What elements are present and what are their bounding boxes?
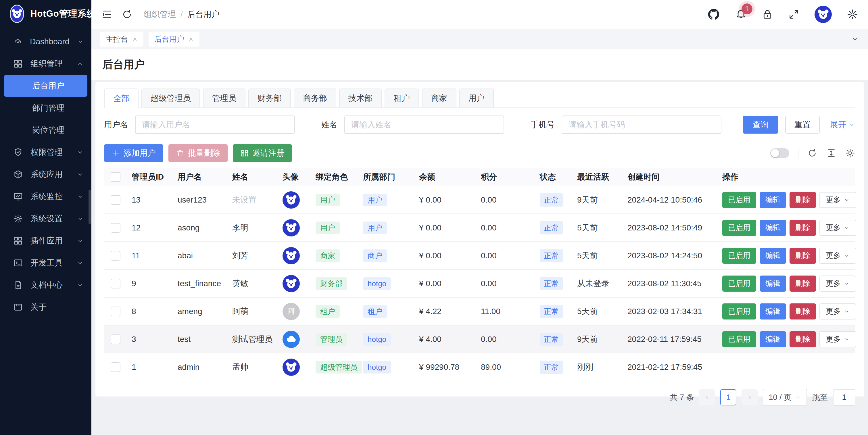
- fullscreen-icon[interactable]: [788, 9, 800, 20]
- enabled-button[interactable]: 已启用: [722, 220, 756, 236]
- sidebar-item-系统监控[interactable]: 系统监控: [0, 185, 91, 208]
- select-all-checkbox[interactable]: [111, 172, 120, 182]
- enabled-button[interactable]: 已启用: [722, 303, 756, 319]
- tabbar-dropdown-icon[interactable]: [851, 35, 859, 43]
- filter-tab-商家[interactable]: 商家: [422, 89, 457, 107]
- delete-button[interactable]: 删除: [789, 192, 816, 208]
- row-checkbox[interactable]: [111, 279, 120, 288]
- next-page-button[interactable]: [742, 389, 757, 405]
- row-checkbox[interactable]: [111, 223, 120, 233]
- refresh-page-icon[interactable]: [121, 9, 133, 20]
- filter-tab-租户[interactable]: 租户: [384, 89, 419, 107]
- row-checkbox[interactable]: [111, 307, 120, 316]
- avatar[interactable]: [282, 331, 300, 348]
- edit-button[interactable]: 编辑: [760, 248, 786, 264]
- avatar[interactable]: [282, 275, 300, 292]
- sidebar-item-关于[interactable]: 关于: [0, 296, 91, 318]
- avatar[interactable]: [282, 191, 300, 209]
- edit-button[interactable]: 编辑: [760, 331, 786, 347]
- delete-button[interactable]: 删除: [789, 276, 816, 291]
- sidebar-item-系统应用[interactable]: 系统应用: [0, 163, 91, 185]
- delete-button[interactable]: 删除: [789, 331, 816, 347]
- current-page-button[interactable]: 1: [720, 389, 736, 405]
- filter-tab-管理员[interactable]: 管理员: [203, 89, 245, 107]
- breadcrumb-parent[interactable]: 组织管理: [144, 9, 176, 20]
- jump-page-input[interactable]: [833, 389, 855, 406]
- filter-tab-超级管理员[interactable]: 超级管理员: [142, 89, 200, 107]
- column-settings-icon[interactable]: [845, 148, 855, 158]
- expand-filters-link[interactable]: 展开: [830, 119, 855, 130]
- striped-toggle[interactable]: [770, 148, 789, 158]
- add-user-button[interactable]: 添加用户: [104, 144, 163, 162]
- reload-table-icon[interactable]: [807, 148, 817, 158]
- row-checkbox[interactable]: [111, 362, 120, 372]
- realname-input[interactable]: [344, 116, 504, 134]
- filter-tab-财务部[interactable]: 财务部: [248, 89, 291, 107]
- cell-avatar: [278, 325, 311, 353]
- prev-page-button[interactable]: [699, 389, 715, 405]
- delete-button[interactable]: 删除: [789, 248, 816, 264]
- row-checkbox[interactable]: [111, 335, 120, 344]
- phone-input[interactable]: [562, 116, 721, 134]
- sidebar-item-权限管理[interactable]: 权限管理: [0, 141, 91, 163]
- delete-button[interactable]: 删除: [789, 303, 816, 319]
- row-height-icon[interactable]: [826, 148, 836, 158]
- more-button[interactable]: 更多: [819, 331, 856, 347]
- page-tab-后台用户[interactable]: 后台用户: [149, 32, 199, 46]
- close-icon[interactable]: [132, 36, 138, 42]
- close-icon[interactable]: [188, 36, 194, 42]
- edit-button[interactable]: 编辑: [760, 303, 786, 319]
- avatar[interactable]: 阿: [282, 303, 300, 320]
- sidebar-item-Dashboard[interactable]: Dashboard: [0, 30, 91, 53]
- filter-tab-技术部[interactable]: 技术部: [339, 89, 382, 107]
- more-button[interactable]: 更多: [819, 220, 856, 236]
- more-button[interactable]: 更多: [819, 303, 856, 319]
- chevron-down-icon: [76, 193, 84, 200]
- invite-register-button[interactable]: 邀请注册: [233, 144, 292, 162]
- user-avatar[interactable]: [814, 6, 832, 23]
- github-icon[interactable]: [707, 8, 720, 21]
- enabled-button[interactable]: 已启用: [722, 192, 756, 208]
- role-tag: 用户: [316, 194, 340, 206]
- avatar[interactable]: [282, 219, 300, 237]
- sidebar-scrollbar[interactable]: [89, 190, 91, 224]
- more-button[interactable]: 更多: [819, 276, 856, 291]
- sidebar-item-插件应用[interactable]: 插件应用: [0, 229, 91, 252]
- delete-button[interactable]: 删除: [789, 220, 816, 236]
- reset-button[interactable]: 重置: [785, 116, 820, 134]
- chevron-down-icon: [843, 225, 850, 231]
- filter-tab-全部[interactable]: 全部: [104, 89, 138, 108]
- edit-button[interactable]: 编辑: [760, 220, 786, 236]
- avatar[interactable]: [282, 247, 300, 264]
- settings-icon[interactable]: [847, 9, 858, 20]
- more-label: 更多: [826, 195, 841, 205]
- filter-tab-商务部[interactable]: 商务部: [294, 89, 336, 107]
- notifications-button[interactable]: 1: [735, 8, 747, 21]
- search-button[interactable]: 查询: [743, 116, 778, 134]
- enabled-button[interactable]: 已启用: [722, 276, 756, 291]
- enabled-button[interactable]: 已启用: [722, 331, 756, 347]
- enabled-button[interactable]: 已启用: [722, 248, 756, 264]
- filter-tab-用户[interactable]: 用户: [459, 89, 494, 107]
- collapse-menu-icon[interactable]: [101, 9, 113, 20]
- batch-delete-button[interactable]: 批量删除: [168, 144, 228, 162]
- username-input[interactable]: [135, 116, 295, 134]
- sidebar-subitem-后台用户[interactable]: 后台用户: [4, 75, 87, 97]
- edit-button[interactable]: 编辑: [760, 192, 786, 208]
- page-tab-主控台[interactable]: 主控台: [100, 32, 144, 46]
- sidebar-item-组织管理[interactable]: 组织管理: [0, 53, 91, 75]
- more-button[interactable]: 更多: [819, 192, 856, 208]
- role-tag: 租户: [316, 305, 340, 318]
- lock-screen-icon[interactable]: [762, 9, 773, 20]
- page-size-select[interactable]: 10 / 页: [763, 389, 807, 406]
- sidebar-subitem-部门管理[interactable]: 部门管理: [0, 97, 91, 119]
- avatar[interactable]: [282, 359, 300, 376]
- sidebar-item-系统设置[interactable]: 系统设置: [0, 208, 91, 229]
- sidebar-item-开发工具[interactable]: 开发工具: [0, 252, 91, 274]
- sidebar-item-文档中心[interactable]: 文档中心: [0, 274, 91, 296]
- sidebar-subitem-岗位管理[interactable]: 岗位管理: [0, 119, 91, 141]
- edit-button[interactable]: 编辑: [760, 276, 786, 291]
- row-checkbox[interactable]: [111, 195, 120, 205]
- row-checkbox[interactable]: [111, 251, 120, 260]
- more-button[interactable]: 更多: [819, 248, 856, 264]
